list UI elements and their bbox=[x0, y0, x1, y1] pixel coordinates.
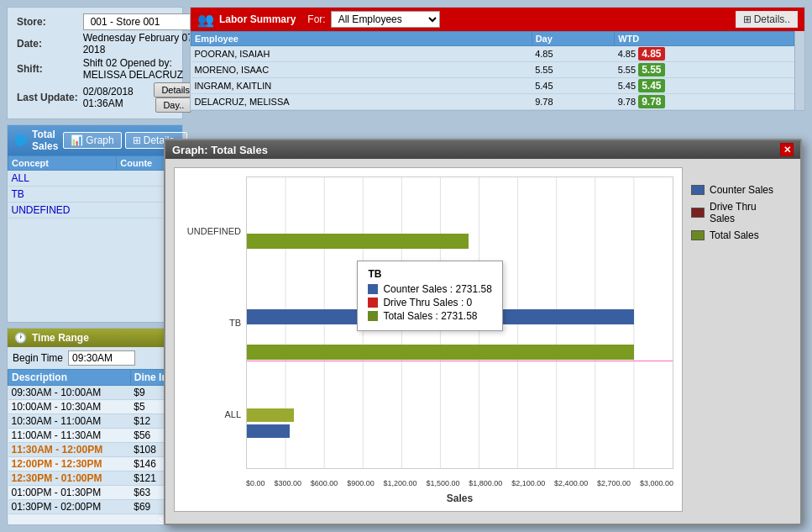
date-label: Date: bbox=[14, 31, 81, 56]
undefined-total-fill bbox=[247, 234, 469, 249]
col-day: Day bbox=[532, 32, 615, 46]
employee-day: 5.55 bbox=[532, 62, 615, 78]
y-label-undefined: UNDEFINED bbox=[187, 226, 241, 236]
tooltip-label-1: Counter Sales : 2731.58 bbox=[383, 283, 491, 295]
time-range-header: 🕐 Time Range bbox=[8, 329, 182, 347]
x-axis-labels: $0.00 $300.00 $600.00 $900.00 $1,200.00 … bbox=[246, 479, 673, 487]
x-axis-title: Sales bbox=[246, 492, 673, 504]
close-button[interactable]: ✕ bbox=[780, 143, 794, 156]
table-row: 11:00AM - 11:30AM $56 bbox=[8, 428, 182, 442]
employee-name: DELACRUZ, MELISSA bbox=[191, 94, 532, 110]
x-label-300: $300.00 bbox=[274, 479, 301, 487]
concept-all: ALL bbox=[8, 171, 117, 187]
last-update-value: 02/08/2018 01:36AM bbox=[81, 82, 152, 113]
chart-container: UNDEFINED TB ALL bbox=[175, 168, 682, 511]
employee-wtd: 4.85 4.85 bbox=[615, 46, 794, 62]
labor-panel: 👥 Labor Summary For: All Employees ⊞ Det… bbox=[190, 7, 805, 111]
table-row: DELACRUZ, MELISSA 9.78 9.78 9.78 bbox=[191, 94, 794, 110]
table-row: 01:30PM - 02:00PM $69 bbox=[8, 499, 182, 514]
graph-modal-header: Graph: Total Sales ✕ bbox=[165, 140, 800, 159]
time-range-cell: 12:30PM - 01:00PM bbox=[8, 471, 131, 485]
labor-table-container: Employee Day WTD POORAN, ISAIAH 4.85 4.8… bbox=[191, 31, 804, 110]
labor-details-button[interactable]: ⊞ Details.. bbox=[736, 11, 798, 28]
tooltip-color-1 bbox=[368, 284, 378, 294]
x-label-1800: $1,800.00 bbox=[469, 479, 502, 487]
tooltip-color-3 bbox=[368, 311, 378, 321]
table-row: $1,4 bbox=[8, 514, 182, 525]
legend-label-drive: Drive Thru Sales bbox=[710, 201, 783, 224]
tooltip-item-2: Drive Thru Sales : 0 bbox=[368, 297, 491, 308]
time-range-cell: 01:30PM - 02:00PM bbox=[8, 499, 131, 514]
table-row: INGRAM, KAITLIN 5.45 5.45 5.45 bbox=[191, 78, 794, 94]
all-bar-group bbox=[247, 387, 673, 460]
all-olive-fill bbox=[247, 408, 294, 422]
graph-body: UNDEFINED TB ALL bbox=[165, 159, 800, 520]
graph-modal: Graph: Total Sales ✕ UNDEFINED TB ALL bbox=[164, 139, 802, 525]
table-row: ALL bbox=[8, 171, 182, 187]
employee-day: 9.78 bbox=[532, 94, 615, 110]
x-label-0: $0.00 bbox=[246, 479, 265, 487]
begin-time-label: Begin Time bbox=[13, 352, 63, 364]
wtd-badge: 5.55 bbox=[638, 63, 664, 76]
table-row: MORENO, ISAAC 5.55 5.55 5.55 bbox=[191, 62, 794, 78]
x-label-1500: $1,500.00 bbox=[426, 479, 459, 487]
time-range-cell: 09:30AM - 10:00AM bbox=[8, 385, 131, 399]
x-label-2700: $2,700.00 bbox=[597, 479, 631, 487]
col-concept: Concept bbox=[8, 156, 117, 171]
labor-dropdown[interactable]: All Employees bbox=[331, 11, 440, 28]
all-counter-bar bbox=[247, 424, 673, 438]
graph-button[interactable]: 📊 Graph bbox=[63, 132, 121, 149]
graph-area: UNDEFINED TB ALL bbox=[174, 167, 683, 512]
time-range-cell: 12:00PM - 12:30PM bbox=[8, 456, 131, 471]
legend-label-total: Total Sales bbox=[710, 229, 759, 241]
col-description: Description bbox=[8, 369, 131, 385]
all-counter-fill bbox=[247, 424, 290, 438]
labor-icon: 👥 bbox=[197, 12, 214, 28]
table-row: 10:00AM - 10:30AM $5 bbox=[8, 399, 182, 413]
labor-for-label: For: bbox=[307, 13, 325, 25]
employee-day: 5.45 bbox=[532, 78, 615, 94]
table-row: TB bbox=[8, 187, 182, 203]
legend-drive-thru: Drive Thru Sales bbox=[691, 201, 783, 224]
total-sales-header: 🌐 Total Sales 📊 Graph ⊞ Details.. bbox=[8, 125, 182, 155]
tooltip-label-2: Drive Thru Sales : 0 bbox=[383, 297, 472, 308]
labor-table: Employee Day WTD POORAN, ISAIAH 4.85 4.8… bbox=[191, 31, 794, 110]
tb-total-fill bbox=[247, 345, 634, 360]
all-olive-bar bbox=[247, 408, 673, 422]
tooltip-label-3: Total Sales : 2731.58 bbox=[383, 310, 477, 322]
employee-wtd: 9.78 9.78 bbox=[615, 94, 794, 110]
x-label-2400: $2,400.00 bbox=[554, 479, 588, 487]
begin-time-input[interactable] bbox=[68, 350, 135, 366]
legend-color-drive bbox=[691, 208, 705, 218]
scrollbar[interactable] bbox=[794, 31, 804, 110]
time-range-panel: 🕐 Time Range Begin Time Description Dine… bbox=[7, 328, 183, 526]
time-table: Description Dine In 09:30AM - 10:00AM $9… bbox=[8, 369, 182, 526]
employee-day: 4.85 bbox=[532, 46, 615, 62]
total-sales-title: Total Sales bbox=[32, 129, 58, 152]
time-range-cell: 11:30AM - 12:00PM bbox=[8, 442, 131, 456]
tooltip: TB Counter Sales : 2731.58 Drive Thru Sa… bbox=[357, 261, 502, 331]
table-row: UNDEFINED bbox=[8, 203, 182, 219]
store-label: Store: bbox=[14, 13, 81, 31]
grid-icon-labor: ⊞ bbox=[743, 13, 752, 25]
time-range-cell: 11:00AM - 11:30AM bbox=[8, 428, 131, 442]
y-axis: UNDEFINED TB ALL bbox=[175, 176, 246, 469]
table-row: POORAN, ISAIAH 4.85 4.85 4.85 bbox=[191, 46, 794, 62]
employee-name: INGRAM, KAITLIN bbox=[191, 78, 532, 94]
tooltip-item-3: Total Sales : 2731.58 bbox=[368, 310, 491, 322]
shift-label: Shift: bbox=[14, 56, 81, 82]
time-range-title: Time Range bbox=[32, 332, 89, 344]
graph-icon: 📊 bbox=[71, 134, 83, 146]
total-sales-panel: 🌐 Total Sales 📊 Graph ⊞ Details.. bbox=[7, 124, 183, 323]
legend-counter-sales: Counter Sales bbox=[691, 184, 783, 196]
col-employee: Employee bbox=[191, 32, 532, 46]
day-button[interactable]: Day.. bbox=[155, 97, 191, 113]
table-row: 12:30PM - 01:00PM $121 bbox=[8, 471, 182, 485]
employee-name: MORENO, ISAAC bbox=[191, 62, 532, 78]
concept-tb: TB bbox=[8, 187, 117, 203]
wtd-badge: 9.78 bbox=[638, 95, 664, 108]
employee-name: POORAN, ISAIAH bbox=[191, 46, 532, 62]
wtd-badge: 5.45 bbox=[638, 79, 664, 92]
total-cell: $1,4 bbox=[8, 514, 182, 525]
concept-undefined: UNDEFINED bbox=[8, 203, 117, 219]
